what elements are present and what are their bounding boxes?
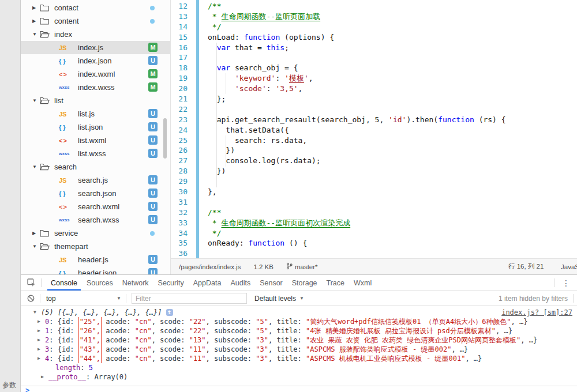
devtools-menu: ⋮ [554, 275, 577, 291]
console-array-item-row[interactable]: ▶2: {id: "41", acode: "cn", scode: "13",… [21, 336, 577, 345]
tree-item-search.js[interactable]: JSsearch.jsU [21, 174, 170, 187]
code-text: onReady: function () { [196, 238, 307, 248]
json-file-icon: { } [59, 190, 74, 197]
js-file-icon: JS [59, 111, 74, 118]
wxss-file-icon: wxss [59, 151, 74, 156]
source-location-link[interactable]: index.js? [sm]:27 [501, 308, 572, 317]
triangle-collapsed-icon[interactable]: ▶ [38, 345, 45, 354]
tab-sensor[interactable]: Sensor [255, 275, 287, 291]
line-number: 22 [171, 104, 196, 115]
tree-item-service[interactable]: ▶service [21, 227, 170, 240]
tab-wxml[interactable]: Wxml [349, 275, 376, 291]
line-number: 26 [171, 145, 196, 156]
unchanged-badge: U [148, 202, 158, 211]
triangle-expanded-icon[interactable]: ▼ [33, 308, 41, 317]
property-key: __proto__ [48, 372, 86, 382]
tree-item-list.wxml[interactable]: <>list.wxmlU [21, 134, 170, 147]
cursor-position[interactable]: 行 16, 列 21 [508, 262, 544, 271]
params-panel-label[interactable]: 参数 [2, 380, 16, 390]
folder-open-icon [40, 243, 50, 250]
triangle-collapsed-icon[interactable]: ▶ [38, 326, 45, 336]
tab-security[interactable]: Security [153, 275, 189, 291]
chevron-right-icon[interactable]: ▶ [32, 231, 40, 236]
code-text: 'keyword': '模板', [196, 73, 313, 84]
unchanged-badge: U [148, 268, 158, 274]
kebab-menu-icon[interactable]: ⋮ [555, 278, 577, 288]
tree-item-label: index.js [78, 43, 103, 52]
triangle-collapsed-icon[interactable]: ▶ [38, 317, 45, 326]
tree-item-index[interactable]: ▼index [21, 28, 170, 41]
array-index: 2 [45, 336, 49, 345]
triangle-collapsed-icon[interactable]: ▶ [38, 336, 45, 345]
tree-item-index.json[interactable]: { }index.jsonU [21, 54, 170, 67]
code-line: 29 [171, 176, 577, 187]
tree-item-search.wxss[interactable]: wxsssearch.wxssU [21, 213, 170, 227]
tab-sources[interactable]: Sources [82, 275, 118, 291]
console-array-item-row[interactable]: ▶0: {id: "25", acode: "cn", scode: "22",… [21, 317, 577, 326]
tree-item-index.wxss[interactable]: wxssindex.wxssM [21, 81, 170, 94]
chevron-down-icon[interactable]: ▼ [32, 32, 40, 37]
json-file-icon: { } [59, 124, 74, 131]
line-number: 16 [171, 43, 196, 53]
devtools-panel: ConsoleSourcesNetworkSecurityAppDataAudi… [21, 274, 577, 392]
tree-item-list.js[interactable]: JSlist.jsU [21, 107, 170, 120]
file-tree-scrollbar[interactable] [163, 118, 167, 159]
wxml-file-icon: <> [59, 71, 74, 78]
chevron-down-icon[interactable]: ▼ [32, 244, 40, 249]
chevron-down-icon[interactable]: ▼ [32, 98, 40, 103]
tree-item-list[interactable]: ▼list [21, 94, 170, 107]
console-array-item-row[interactable]: ▶4: {id: "44", acode: "cn", scode: "11",… [21, 354, 577, 363]
tab-appdata[interactable]: AppData [189, 275, 226, 291]
line-number: 12 [171, 1, 196, 12]
clear-console-icon[interactable] [21, 295, 40, 302]
tree-item-content[interactable]: ▶content [21, 14, 170, 28]
tree-item-index.wxml[interactable]: <>index.wxmlM [21, 67, 170, 81]
code-text [196, 176, 208, 187]
code-text: * 生命周期函数--监听页面初次渲染完成 [196, 218, 350, 228]
tree-item-index.js[interactable]: JSindex.jsM [21, 41, 170, 54]
tree-item-label: header.js [78, 255, 108, 264]
triangle-collapsed-icon[interactable]: ▶ [38, 354, 45, 363]
console-prompt[interactable]: > [21, 386, 577, 392]
chevron-right-icon[interactable]: ▶ [32, 18, 40, 24]
modified-badge: M [148, 43, 158, 52]
console-array-item-row[interactable]: ▶3: {id: "43", acode: "cn", scode: "11",… [21, 345, 577, 354]
tree-item-label: list.json [78, 123, 103, 131]
tree-item-header.json[interactable]: { }header.jsonU [21, 266, 170, 274]
wxss-file-icon: wxss [59, 217, 74, 223]
inspect-element-icon[interactable] [21, 278, 41, 287]
tab-console[interactable]: Console [46, 275, 82, 291]
console-array-item-row[interactable]: ▶1: {id: "26", acode: "cn", scode: "22",… [21, 326, 577, 336]
tab-trace[interactable]: Trace [322, 275, 350, 291]
code-text: }; [196, 94, 226, 104]
language-mode[interactable]: JavaScript [561, 263, 577, 270]
tab-storage[interactable]: Storage [287, 275, 322, 291]
console-array-row[interactable]: ▼ (5) [{…}, {…}, {…}, {…}, {…}] t index.… [21, 308, 577, 317]
git-branch-status[interactable]: master* [286, 262, 318, 271]
context-value: top [46, 295, 56, 303]
tree-item-themepart[interactable]: ▼themepart [21, 240, 170, 253]
tree-item-list.json[interactable]: { }list.jsonU [21, 120, 170, 134]
console-proto-row[interactable]: ▶ __proto__: Array(0) [21, 372, 577, 382]
tree-item-contact[interactable]: ▶contact [21, 1, 170, 14]
chevron-right-icon[interactable]: ▶ [32, 5, 40, 10]
tree-item-search.json[interactable]: { }search.jsonU [21, 187, 170, 200]
tree-item-label: contact [54, 3, 78, 12]
code-line: 13 * 生命周期函数--监听页面加载 [171, 12, 577, 22]
chevron-down-icon[interactable]: ▼ [32, 164, 40, 169]
code-editor[interactable]: 12/**13 * 生命周期函数--监听页面加载14 */15onLoad: f… [171, 0, 577, 258]
code-line: 30}, [171, 187, 577, 197]
tree-item-search[interactable]: ▼search [21, 160, 170, 174]
file-path: /pages/index/index.js [179, 263, 241, 270]
execution-context-selector[interactable]: top ▼ [40, 295, 126, 303]
tab-network[interactable]: Network [118, 275, 153, 291]
line-number: 29 [171, 176, 196, 187]
log-levels-dropdown[interactable]: Default levels ▼ [254, 295, 304, 303]
tree-item-search.wxml[interactable]: <>search.wxmlU [21, 200, 170, 213]
tree-item-list.wxss[interactable]: wxsslist.wxssU [21, 147, 170, 160]
tab-audits[interactable]: Audits [226, 275, 255, 291]
triangle-collapsed-icon[interactable]: ▶ [41, 372, 48, 382]
console-filter-input[interactable] [132, 293, 247, 304]
console-prompt-chevron-icon: > [25, 387, 29, 392]
tree-item-header.js[interactable]: JSheader.jsU [21, 253, 170, 266]
